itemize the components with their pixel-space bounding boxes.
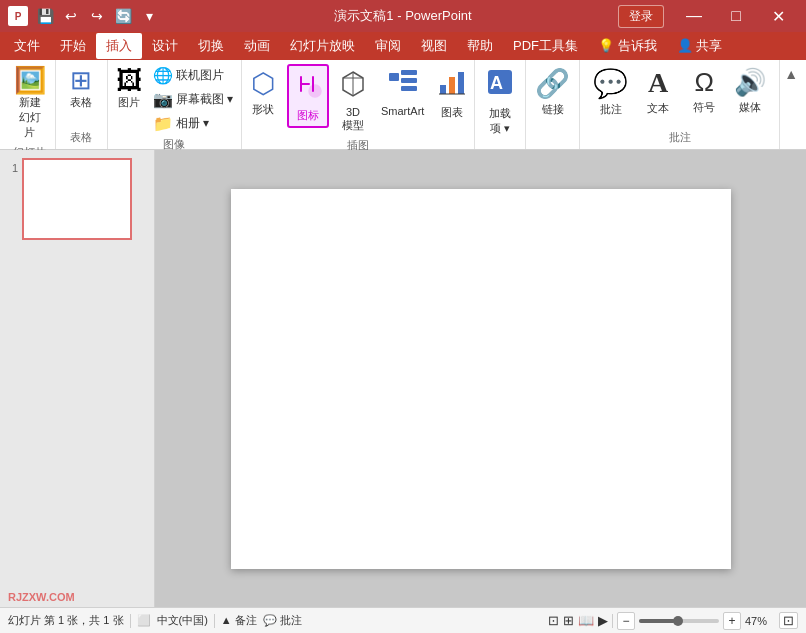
icons-button[interactable]: 图标 bbox=[287, 64, 329, 128]
addins-button[interactable]: A 加载项 ▾ bbox=[480, 64, 520, 139]
menu-tellme[interactable]: 💡 告诉我 bbox=[588, 33, 667, 59]
slide-thumb-container: 1 bbox=[4, 158, 150, 240]
slide-thumbnail[interactable] bbox=[22, 158, 132, 240]
menu-review[interactable]: 审阅 bbox=[365, 33, 411, 59]
table-button[interactable]: ⊞ 表格 bbox=[61, 64, 101, 113]
symbol-button[interactable]: Ω 符号 bbox=[684, 64, 724, 118]
comment-label: 批注 bbox=[600, 102, 622, 117]
link-label: 链接 bbox=[542, 102, 564, 117]
table-label: 表格 bbox=[70, 95, 92, 110]
zoom-slider-handle[interactable] bbox=[673, 616, 683, 626]
ribbon-group-links-content: 🔗 链接 bbox=[531, 64, 574, 143]
media-label: 媒体 bbox=[739, 100, 761, 115]
svg-rect-2 bbox=[401, 70, 417, 75]
3d-model-button[interactable]: 3D模型 bbox=[333, 64, 373, 136]
online-picture-label: 联机图片 bbox=[176, 67, 224, 84]
save-button[interactable]: 💾 bbox=[34, 5, 56, 27]
zoom-out-button[interactable]: − bbox=[617, 612, 635, 630]
auto-save-button[interactable]: 🔄 bbox=[112, 5, 134, 27]
editor-area bbox=[155, 150, 806, 607]
menu-pdf[interactable]: PDF工具集 bbox=[503, 33, 588, 59]
ribbon-group-illustrations-content: ⬡ 形状 图标 3D模型 bbox=[243, 64, 472, 136]
ribbon-group-images-content: 🖼 图片 🌐 联机图片 📷 屏幕截图 ▾ 📁 相册 ▾ bbox=[111, 64, 237, 135]
menu-help[interactable]: 帮助 bbox=[457, 33, 503, 59]
status-bar: 幻灯片 第 1 张，共 1 张 ⬜ 中文(中国) ▲ 备注 💬 批注 ⊡ ⊞ 📖… bbox=[0, 607, 806, 633]
new-slide-button[interactable]: 🖼️ 新建幻灯片 bbox=[10, 64, 50, 143]
comments-button[interactable]: 💬 批注 bbox=[263, 613, 302, 628]
redo-button[interactable]: ↪ bbox=[86, 5, 108, 27]
slide-sorter-button[interactable]: ⊞ bbox=[563, 613, 574, 628]
menu-share[interactable]: 👤 共享 bbox=[667, 33, 733, 59]
album-label: 相册 ▾ bbox=[176, 115, 209, 132]
text-button[interactable]: A 文本 bbox=[638, 64, 678, 119]
icons-icon bbox=[293, 69, 323, 106]
slide-panel: 1 bbox=[0, 150, 155, 607]
watermark: RJZXW.COM bbox=[8, 591, 75, 603]
ribbon-collapse-button[interactable]: ▲ bbox=[780, 64, 802, 84]
ribbon-group-slides: 🖼️ 新建幻灯片 幻灯片 bbox=[4, 60, 56, 149]
minimize-button[interactable]: — bbox=[674, 0, 714, 32]
menu-insert[interactable]: 插入 bbox=[96, 33, 142, 59]
album-button[interactable]: 📁 相册 ▾ bbox=[149, 112, 237, 135]
zoom-slider[interactable] bbox=[639, 619, 719, 623]
chart-button[interactable]: 图表 bbox=[432, 64, 472, 123]
symbol-label: 符号 bbox=[693, 100, 715, 115]
svg-rect-1 bbox=[389, 73, 399, 81]
album-icon: 📁 bbox=[153, 114, 173, 133]
icons-label: 图标 bbox=[297, 108, 319, 123]
table-icon: ⊞ bbox=[70, 67, 92, 93]
screenshot-icon: 📷 bbox=[153, 90, 173, 109]
normal-view-button[interactable]: ⊡ bbox=[548, 613, 559, 628]
menu-slideshow[interactable]: 幻灯片放映 bbox=[280, 33, 365, 59]
slideshow-button[interactable]: ▶ bbox=[598, 613, 608, 628]
comment-button[interactable]: 💬 批注 bbox=[589, 64, 632, 120]
ribbon-group-table: ⊞ 表格 表格 bbox=[56, 60, 107, 149]
fit-slide-icon[interactable]: ⬜ bbox=[137, 614, 151, 627]
ribbon-group-addins-content: A 加载项 ▾ bbox=[480, 64, 520, 143]
login-button[interactable]: 登录 bbox=[618, 5, 664, 28]
svg-rect-4 bbox=[401, 86, 417, 91]
new-slide-icon: 🖼️ bbox=[14, 67, 46, 93]
menu-animations[interactable]: 动画 bbox=[234, 33, 280, 59]
screenshot-button[interactable]: 📷 屏幕截图 ▾ bbox=[149, 88, 237, 111]
media-button[interactable]: 🔊 媒体 bbox=[730, 64, 770, 118]
status-bar-left: 幻灯片 第 1 张，共 1 张 ⬜ 中文(中国) ▲ 备注 💬 批注 bbox=[8, 613, 540, 628]
online-picture-button[interactable]: 🌐 联机图片 bbox=[149, 64, 237, 87]
ribbon-group-links: 🔗 链接 bbox=[526, 60, 580, 149]
customize-button[interactable]: ▾ bbox=[138, 5, 160, 27]
restore-button[interactable]: □ bbox=[716, 0, 756, 32]
picture-button[interactable]: 🖼 图片 bbox=[111, 64, 147, 113]
menu-transitions[interactable]: 切换 bbox=[188, 33, 234, 59]
title-bar: P 💾 ↩ ↪ 🔄 ▾ 演示文稿1 - PowerPoint 登录 — □ ✕ bbox=[0, 0, 806, 32]
zoom-level[interactable]: 47% bbox=[745, 615, 775, 627]
ribbon-group-comments-label: 批注 bbox=[669, 128, 691, 145]
link-button[interactable]: 🔗 链接 bbox=[531, 64, 574, 120]
notes-button[interactable]: ▲ 备注 bbox=[221, 613, 257, 628]
smartart-button[interactable]: SmartArt bbox=[377, 64, 428, 120]
zoom-in-button[interactable]: + bbox=[723, 612, 741, 630]
svg-text:A: A bbox=[490, 73, 503, 93]
close-button[interactable]: ✕ bbox=[758, 0, 798, 32]
menu-view[interactable]: 视图 bbox=[411, 33, 457, 59]
shapes-icon: ⬡ bbox=[251, 67, 275, 100]
undo-button[interactable]: ↩ bbox=[60, 5, 82, 27]
app-icon: P bbox=[8, 6, 28, 26]
status-divider-3 bbox=[612, 614, 613, 628]
title-bar-left: P 💾 ↩ ↪ 🔄 ▾ bbox=[8, 5, 160, 27]
menu-design[interactable]: 设计 bbox=[142, 33, 188, 59]
status-bar-right: ⊡ ⊞ 📖 ▶ − + 47% ⊡ bbox=[548, 612, 798, 630]
new-slide-label: 新建幻灯片 bbox=[14, 95, 46, 140]
menu-home[interactable]: 开始 bbox=[50, 33, 96, 59]
shapes-button[interactable]: ⬡ 形状 bbox=[243, 64, 283, 120]
fit-button[interactable]: ⊡ bbox=[779, 612, 798, 629]
window-title: 演示文稿1 - PowerPoint bbox=[334, 7, 471, 25]
menu-bar: 文件 开始 插入 设计 切换 动画 幻灯片放映 审阅 视图 帮助 PDF工具集 … bbox=[0, 32, 806, 60]
menu-file[interactable]: 文件 bbox=[4, 33, 50, 59]
main-area: 1 bbox=[0, 150, 806, 607]
reading-view-button[interactable]: 📖 bbox=[578, 613, 594, 628]
link-icon: 🔗 bbox=[535, 67, 570, 100]
text-label: 文本 bbox=[647, 101, 669, 116]
slide-canvas[interactable] bbox=[231, 189, 731, 569]
media-icon: 🔊 bbox=[734, 67, 766, 98]
ribbon-group-table-label: 表格 bbox=[70, 128, 92, 145]
